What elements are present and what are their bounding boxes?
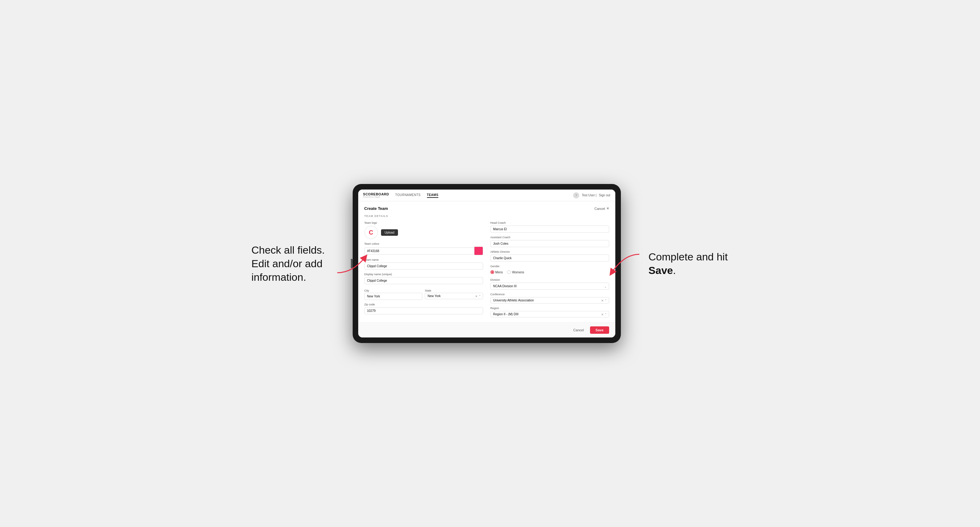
gender-mens-label: Mens [495, 271, 503, 274]
zip-input[interactable] [364, 307, 483, 314]
clear-icon[interactable]: ✕ [475, 294, 477, 298]
conference-value: University Athletic Association [493, 298, 534, 302]
zip-label: Zip code [364, 303, 483, 306]
head-coach-input[interactable] [490, 225, 609, 233]
nav-tournaments[interactable]: TOURNAMENTS [395, 193, 421, 198]
avatar: T [573, 192, 579, 198]
state-select[interactable]: New York ✕ ⌃ [425, 293, 483, 299]
region-field: Region Region II - (M) DIII ✕ ⌃ [490, 306, 609, 317]
form-grid: Team logo C Upload Team colour [364, 221, 609, 317]
annotation-right: Complete and hit Save. [649, 250, 729, 277]
page-content: Create Team Cancel ✕ TEAM DETAILS Team l… [358, 201, 615, 322]
city-input[interactable] [364, 293, 423, 300]
page-title: Create Team [364, 206, 388, 211]
state-value: New York [428, 294, 441, 298]
radio-mens-circle [490, 270, 494, 274]
head-coach-label: Head Coach [490, 221, 609, 224]
annotation-left: Check all fields. Edit and/or add inform… [251, 243, 325, 284]
team-colour-label: Team colour [364, 242, 483, 245]
save-button[interactable]: Save [590, 326, 609, 334]
assistant-coach-label: Assistant Coach [490, 236, 609, 239]
city-label: City [364, 289, 369, 292]
conference-select-actions: ✕ ⌃ [601, 298, 607, 302]
close-icon: ✕ [606, 206, 609, 211]
team-logo-preview: C [364, 225, 378, 239]
athletic-director-input[interactable] [490, 254, 609, 262]
app-logo: SCOREBOARD Powered by clippd [363, 193, 389, 198]
gender-womens-option[interactable]: Womens [507, 270, 524, 274]
clear-region-icon[interactable]: ✕ [601, 313, 604, 316]
user-name: Test User | [582, 194, 597, 197]
team-logo-field: Team logo C Upload [364, 221, 483, 239]
team-colour-field: Team colour [364, 242, 483, 255]
assistant-coach-field: Assistant Coach [490, 236, 609, 247]
conference-field: Conference University Athletic Associati… [490, 293, 609, 303]
chevron-conference-icon: ⌃ [605, 298, 607, 302]
display-name-label: Display name (unique) [364, 273, 483, 276]
region-value: Region II - (M) DIII [493, 313, 519, 316]
gender-womens-label: Womens [512, 271, 524, 274]
arrow-right-icon [605, 251, 643, 276]
page-title-bar: Create Team Cancel ✕ [364, 206, 609, 211]
cancel-button[interactable]: Cancel [570, 326, 587, 334]
city-group: City [364, 287, 423, 300]
city-state-field: City State New York ✕ ⌃ [364, 287, 483, 300]
state-label: State [425, 289, 431, 292]
display-name-input[interactable] [364, 277, 483, 284]
division-select[interactable]: NCAA Division III [490, 283, 609, 290]
conference-label: Conference [490, 293, 609, 296]
gender-label: Gender [490, 265, 609, 268]
athletic-director-field: Athletic Director [490, 250, 609, 262]
city-state-row: City State New York ✕ ⌃ [364, 287, 483, 300]
conference-select[interactable]: University Athletic Association ✕ ⌃ [490, 297, 609, 303]
app-header: SCOREBOARD Powered by clippd TOURNAMENTS… [358, 189, 615, 201]
upload-button[interactable]: Upload [381, 229, 398, 236]
chevron-down-icon: ⌃ [479, 294, 481, 298]
region-select[interactable]: Region II - (M) DIII ✕ ⌃ [490, 311, 609, 317]
state-group: State New York ✕ ⌃ [425, 287, 483, 300]
region-label: Region [490, 306, 609, 310]
division-field: Division NCAA Division III [490, 278, 609, 290]
main-nav: TOURNAMENTS TEAMS [395, 193, 438, 198]
team-name-field: Team name [364, 258, 483, 270]
radio-womens-circle [507, 270, 511, 274]
form-right: Head Coach Assistant Coach Athletic Dire… [490, 221, 609, 317]
nav-teams[interactable]: TEAMS [427, 193, 439, 198]
gender-row: Mens Womens [490, 269, 609, 275]
zip-field: Zip code [364, 303, 483, 314]
logo-upload-area: C Upload [364, 225, 483, 239]
athletic-director-label: Athletic Director [490, 250, 609, 253]
arrow-left-icon [334, 251, 371, 276]
form-left: Team logo C Upload Team colour [364, 221, 483, 317]
state-select-actions: ✕ ⌃ [475, 294, 481, 298]
sign-out-link[interactable]: Sign out [599, 194, 610, 197]
clear-conference-icon[interactable]: ✕ [601, 298, 604, 302]
display-name-field: Display name (unique) [364, 273, 483, 284]
division-select-wrapper: NCAA Division III [490, 283, 609, 290]
gender-mens-option[interactable]: Mens [490, 270, 503, 274]
header-user-area: T Test User | Sign out [573, 192, 610, 198]
team-name-label: Team name [364, 258, 483, 261]
assistant-coach-input[interactable] [490, 240, 609, 247]
modal-footer: Cancel Save [358, 322, 615, 338]
division-label: Division [490, 278, 609, 281]
region-select-actions: ✕ ⌃ [601, 313, 607, 316]
gender-field: Gender Mens Womens [490, 265, 609, 275]
section-label: TEAM DETAILS [364, 214, 609, 217]
tablet-device: SCOREBOARD Powered by clippd TOURNAMENTS… [353, 184, 621, 343]
top-cancel-button[interactable]: Cancel ✕ [594, 206, 609, 211]
color-text-input[interactable] [364, 248, 474, 254]
team-logo-label: Team logo [364, 221, 483, 224]
team-name-input[interactable] [364, 263, 483, 270]
chevron-region-icon: ⌃ [605, 313, 607, 316]
head-coach-field: Head Coach [490, 221, 609, 233]
color-swatch[interactable] [474, 246, 483, 255]
color-input-group [364, 246, 483, 255]
